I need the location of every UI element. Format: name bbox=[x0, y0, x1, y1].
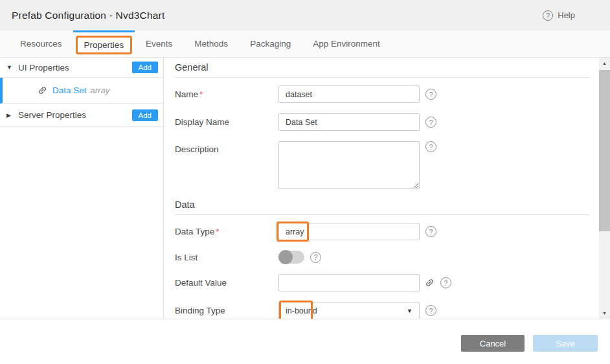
scrollbar-thumb[interactable] bbox=[599, 70, 610, 231]
help-button[interactable]: ? Help bbox=[543, 10, 575, 21]
description-field-label: Description bbox=[175, 144, 278, 154]
is-list-field-row: Is List ? bbox=[175, 251, 589, 264]
binding-type-field-row: Binding Type in-bound ▼ ? bbox=[175, 302, 589, 319]
display-name-field-row: Display Name ? bbox=[175, 113, 589, 131]
tab-methods[interactable]: Methods bbox=[183, 30, 239, 57]
link-icon bbox=[36, 84, 49, 97]
display-name-input[interactable] bbox=[278, 113, 420, 131]
tab-bar: Resources Properties Events Methods Pack… bbox=[0, 30, 610, 58]
name-input[interactable] bbox=[278, 85, 420, 103]
data-type-field-label: Data Type* bbox=[175, 227, 278, 236]
tab-packaging[interactable]: Packaging bbox=[239, 30, 302, 57]
vertical-scrollbar[interactable]: ▲ ▼ bbox=[599, 58, 610, 319]
required-marker: * bbox=[199, 89, 203, 99]
page-title: Prefab Configuration - Nvd3Chart bbox=[12, 10, 164, 21]
name-field-row: Name* ? bbox=[175, 85, 589, 103]
section-title-general: General bbox=[175, 62, 589, 78]
tab-app-environment[interactable]: App Environment bbox=[302, 30, 391, 57]
dialog-body: ▼ UI Properties Add Data Set array ▶ Ser… bbox=[0, 58, 610, 319]
binding-type-value: in-bound bbox=[286, 306, 317, 315]
default-value-help-icon[interactable]: ? bbox=[440, 277, 451, 288]
default-value-input[interactable] bbox=[278, 274, 420, 291]
tab-events[interactable]: Events bbox=[135, 30, 183, 57]
description-help-icon[interactable]: ? bbox=[425, 141, 436, 152]
scroll-down-button[interactable]: ▼ bbox=[599, 308, 610, 319]
display-name-field-label: Display Name bbox=[175, 117, 278, 127]
is-list-field-label: Is List bbox=[175, 253, 278, 262]
cancel-button[interactable]: Cancel bbox=[461, 335, 525, 352]
add-ui-property-button[interactable]: Add bbox=[132, 62, 158, 73]
help-icon: ? bbox=[543, 10, 553, 21]
toggle-knob bbox=[278, 250, 293, 264]
default-value-field-row: Default Value ? bbox=[175, 274, 589, 291]
help-label: Help bbox=[558, 10, 575, 20]
add-server-property-button[interactable]: Add bbox=[132, 109, 158, 121]
binding-type-select[interactable]: in-bound ▼ bbox=[278, 302, 420, 319]
is-list-help-icon[interactable]: ? bbox=[310, 252, 321, 263]
data-set-item-label: Data Set bbox=[52, 85, 87, 95]
section-title-data: Data bbox=[175, 199, 589, 215]
data-type-input[interactable] bbox=[278, 223, 420, 240]
bind-link-icon[interactable] bbox=[425, 278, 435, 288]
scroll-up-button[interactable]: ▲ bbox=[599, 58, 610, 69]
description-textarea[interactable] bbox=[278, 141, 420, 189]
dialog-footer: Cancel Save bbox=[0, 320, 610, 364]
binding-type-help-icon[interactable]: ? bbox=[425, 305, 436, 316]
sidebar-item-data-set[interactable]: Data Set array bbox=[0, 78, 163, 104]
sidebar-group-ui-properties[interactable]: ▼ UI Properties Add bbox=[0, 58, 163, 78]
is-list-toggle[interactable] bbox=[278, 251, 304, 264]
save-button[interactable]: Save bbox=[533, 335, 598, 352]
name-field-label: Name* bbox=[175, 89, 278, 99]
caret-down-icon: ▼ bbox=[6, 64, 18, 71]
data-set-item-type: array bbox=[91, 85, 110, 95]
name-help-icon[interactable]: ? bbox=[425, 89, 436, 100]
prefab-configuration-dialog: Prefab Configuration - Nvd3Chart ? Help … bbox=[0, 0, 610, 364]
ui-properties-label: UI Properties bbox=[18, 63, 69, 73]
dialog-header: Prefab Configuration - Nvd3Chart ? Help bbox=[0, 0, 610, 30]
description-field-row: Description ? bbox=[175, 141, 589, 189]
binding-type-field-label: Binding Type bbox=[175, 306, 278, 315]
annotation-properties-tab: Properties bbox=[76, 36, 133, 54]
tab-resources[interactable]: Resources bbox=[9, 30, 73, 57]
display-name-help-icon[interactable]: ? bbox=[425, 117, 436, 128]
tab-properties[interactable]: Properties bbox=[73, 30, 135, 57]
sidebar-group-server-properties[interactable]: ▶ Server Properties Add bbox=[0, 104, 163, 127]
default-value-field-label: Default Value bbox=[175, 278, 278, 288]
data-type-help-icon[interactable]: ? bbox=[425, 226, 436, 237]
properties-sidebar: ▼ UI Properties Add Data Set array ▶ Ser… bbox=[0, 58, 164, 319]
required-marker: * bbox=[216, 227, 219, 236]
server-properties-label: Server Properties bbox=[18, 110, 86, 120]
chevron-down-icon: ▼ bbox=[407, 308, 412, 314]
caret-right-icon: ▶ bbox=[6, 112, 18, 119]
data-type-field-row: Data Type* ? bbox=[175, 223, 589, 240]
property-form: General Name* ? Display Name ? bbox=[164, 58, 599, 319]
